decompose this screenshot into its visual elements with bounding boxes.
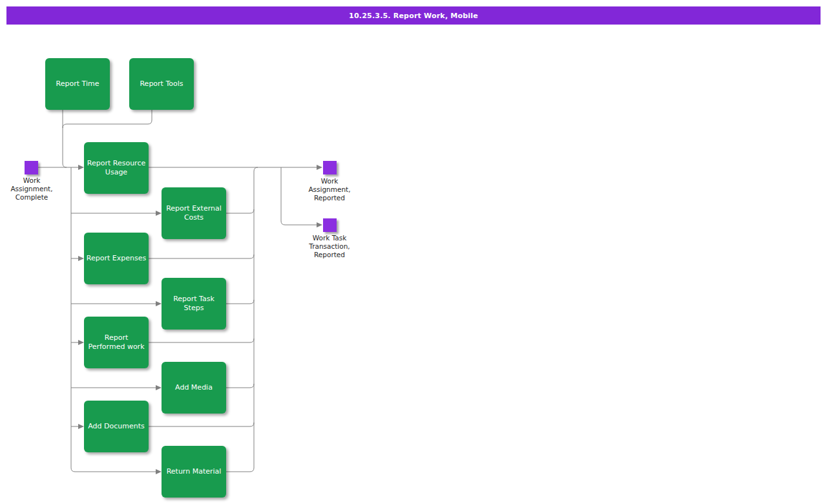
activity-label: Report Tools bbox=[138, 79, 184, 89]
activity-add-media[interactable]: Add Media bbox=[162, 362, 226, 414]
arrowhead-icon bbox=[156, 211, 162, 216]
arrowhead-icon bbox=[78, 165, 84, 170]
activity-report-time[interactable]: Report Time bbox=[45, 58, 110, 110]
connector-line bbox=[149, 423, 254, 426]
event-label: Work Assignment, Complete bbox=[0, 176, 64, 202]
event-label: Work Task Transaction, Reported bbox=[297, 234, 362, 259]
activity-return-material[interactable]: Return Material bbox=[162, 446, 226, 498]
connector-line bbox=[149, 255, 254, 258]
arrowhead-icon bbox=[156, 385, 162, 390]
event-work-assignment-complete bbox=[25, 161, 38, 174]
activity-label: Report Task Steps bbox=[172, 295, 216, 313]
arrowhead-icon bbox=[78, 340, 84, 345]
connector-line bbox=[63, 110, 67, 167]
event-work-task-transaction-reported bbox=[323, 218, 337, 232]
arrowhead-icon bbox=[317, 165, 322, 170]
arrowhead-icon bbox=[156, 301, 162, 306]
activity-report-performed-work[interactable]: Report Performed work bbox=[84, 317, 149, 368]
connector-line bbox=[149, 339, 254, 342]
arrowhead-icon bbox=[317, 222, 322, 227]
activity-report-external-costs[interactable]: Report External Costs bbox=[162, 187, 226, 239]
activity-label: Report Expenses bbox=[85, 254, 147, 263]
arrowhead-icon bbox=[78, 424, 84, 429]
connector-line bbox=[226, 209, 254, 213]
arrowhead-icon bbox=[78, 256, 84, 261]
event-label: Work Assignment, Reported bbox=[297, 177, 362, 202]
process-diagram-canvas: 10.25.3.5. Report Work, Mobile bbox=[0, 0, 827, 504]
activity-label: Report Performed work bbox=[87, 333, 145, 352]
activity-label: Return Material bbox=[165, 467, 223, 476]
activity-label: Report Resource Usage bbox=[86, 159, 147, 177]
activity-report-expenses[interactable]: Report Expenses bbox=[84, 233, 149, 284]
connector-line bbox=[63, 110, 152, 128]
event-work-assignment-reported bbox=[323, 161, 337, 174]
activity-report-tools[interactable]: Report Tools bbox=[129, 58, 194, 110]
activity-report-task-steps[interactable]: Report Task Steps bbox=[162, 278, 226, 330]
activity-label: Report External Costs bbox=[165, 204, 223, 222]
activity-add-documents[interactable]: Add Documents bbox=[84, 401, 149, 452]
activity-label: Add Documents bbox=[87, 422, 146, 431]
activity-label: Add Media bbox=[174, 383, 214, 392]
connector-line bbox=[226, 300, 254, 304]
arrowhead-icon bbox=[156, 469, 162, 474]
connector-line bbox=[226, 384, 254, 388]
activity-report-resource-usage[interactable]: Report Resource Usage bbox=[84, 142, 149, 194]
activity-label: Report Time bbox=[55, 79, 101, 89]
